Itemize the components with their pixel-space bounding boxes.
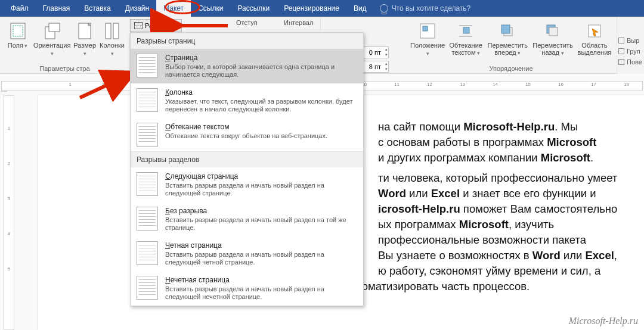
tab-mailings[interactable]: Рассылки <box>230 0 277 17</box>
position-icon <box>418 21 437 41</box>
textwrap-break-icon <box>137 123 158 147</box>
column-break-icon <box>137 88 158 112</box>
group-label-page-setup: Параметры стра <box>5 64 125 72</box>
margins-button[interactable]: Поля ▾ <box>5 19 30 49</box>
tab-file[interactable]: Файл <box>4 0 36 17</box>
size-icon <box>75 21 94 41</box>
tab-design[interactable]: Дизайн <box>118 0 156 17</box>
send-backward-icon <box>543 21 562 41</box>
breaks-dropdown: Разрывы страниц Страница Выбор точки, в … <box>130 32 364 306</box>
breaks-button[interactable]: Разрывы▾ <box>130 19 182 32</box>
group-option[interactable]: Груп <box>618 48 643 55</box>
position-button[interactable]: Положение ▾ <box>410 19 445 57</box>
break-continuous-item[interactable]: Без разрыва Вставить разрыв раздела и на… <box>131 202 363 236</box>
vertical-ruler[interactable]: 12345 <box>4 95 14 330</box>
margins-icon <box>8 21 27 41</box>
section-page-breaks: Разрывы страниц <box>131 33 363 49</box>
svg-rect-13 <box>501 25 510 33</box>
nextpage-break-icon <box>137 172 158 196</box>
watermark: Microsoft-Help.ru <box>569 316 638 326</box>
selection-pane-icon <box>585 21 604 41</box>
breaks-icon <box>134 22 143 29</box>
spacing-label: Интервал <box>284 19 314 26</box>
section-section-breaks: Разрывы разделов <box>131 151 363 167</box>
break-nextpage-item[interactable]: Следующая страница Вставить разрыв разде… <box>131 167 363 202</box>
tab-view[interactable]: Вид <box>346 0 374 17</box>
tab-review[interactable]: Рецензирование <box>277 0 346 17</box>
columns-button[interactable]: Колонки ▾ <box>100 19 125 57</box>
tab-references[interactable]: Ссылки <box>191 0 230 17</box>
evenpage-break-icon <box>137 241 158 265</box>
continuous-break-icon <box>137 207 158 231</box>
columns-icon <box>103 21 122 41</box>
svg-rect-6 <box>113 23 119 39</box>
orientation-button[interactable]: Ориентация ▾ <box>34 19 70 57</box>
group-label-arrange: Упорядочение <box>410 64 612 72</box>
size-button[interactable]: Размер ▾ <box>73 19 96 57</box>
wrap-text-button[interactable]: Обтекание текстом ▾ <box>448 19 483 57</box>
rotate-option[interactable]: Пове <box>618 58 643 66</box>
align-option[interactable]: Выр <box>618 37 643 44</box>
break-evenpage-item[interactable]: Четная страница Вставить разрыв раздела … <box>131 236 363 271</box>
svg-rect-3 <box>49 23 60 32</box>
tab-home[interactable]: Главная <box>36 0 78 17</box>
wrap-text-icon <box>456 21 475 41</box>
tab-layout[interactable]: Макет <box>156 0 191 17</box>
bring-forward-icon <box>498 21 517 41</box>
svg-rect-8 <box>423 26 428 31</box>
orientation-icon <box>42 21 61 41</box>
break-column-item[interactable]: Колонка Указывает, что текст, следующий … <box>131 83 363 118</box>
send-backward-button[interactable]: Переместить назад ▾ <box>532 19 574 57</box>
oddpage-break-icon <box>137 276 158 300</box>
selection-pane-button[interactable]: Область выделения <box>577 19 612 56</box>
indent-label: Отступ <box>236 19 266 26</box>
break-page-item[interactable]: Страница Выбор точки, в которой заканчив… <box>131 49 363 83</box>
page-break-icon <box>137 54 158 77</box>
svg-rect-15 <box>549 27 558 36</box>
tab-insert[interactable]: Вставка <box>77 0 118 17</box>
tell-me-label: Что вы хотите сделать? <box>392 4 471 13</box>
tell-me[interactable]: Что вы хотите сделать? <box>380 0 471 17</box>
svg-rect-9 <box>463 27 469 33</box>
break-textwrap-item[interactable]: Обтекание текстом Обтекание текста вокру… <box>131 118 363 151</box>
lightbulb-icon <box>380 4 388 13</box>
bring-forward-button[interactable]: Переместить вперед ▾ <box>487 19 528 57</box>
break-oddpage-item[interactable]: Нечетная страница Вставить разрыв раздел… <box>131 271 363 306</box>
svg-rect-5 <box>106 23 111 39</box>
